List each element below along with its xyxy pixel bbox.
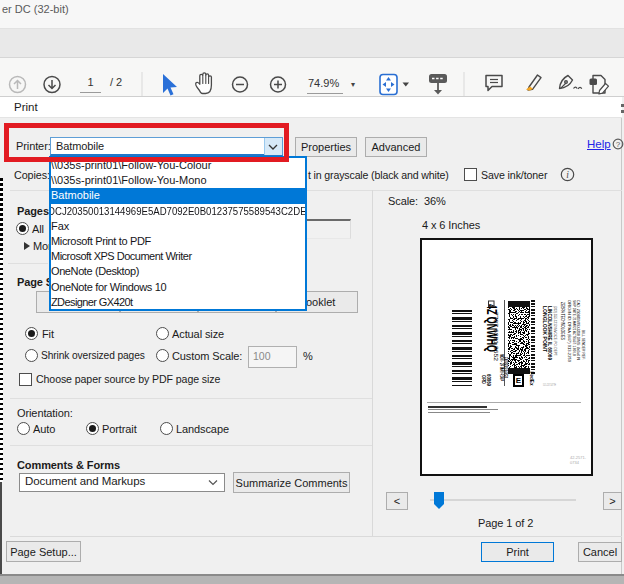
svg-text:515-257147TH: 515-257147TH: [543, 382, 556, 387]
svg-text:FedEx: FedEx: [529, 372, 535, 387]
svg-text:i: i: [566, 170, 569, 180]
svg-text:LINCOLNSHIRE IL 60069: LINCOLNSHIRE IL 60069: [547, 306, 553, 360]
svg-text:EXPRESS SAVER: EXPRESS SAVER: [503, 357, 508, 378]
svg-text:ZEBRA TECHNOLOGIES: ZEBRA TECHNOLOGIES: [560, 302, 565, 340]
svg-text:CAD: 250881/WSX3210 DIMS: 8x6: CAD: 250881/WSX3210 DIMS: 8x6x4 IN: [576, 300, 580, 360]
svg-text:SHIP DATE: 21MAY21 ACTWGT: 1.: SHIP DATE: 21MAY21 ACTWGT: 1.00 LB: [572, 300, 576, 356]
svg-text:(312) 555-1212 INVOICE: PO:: (312) 555-1212 INVOICE: PO: DEPT:: [553, 306, 558, 356]
svg-text:BILL SENDER REF:: BILL SENDER REF:: [581, 330, 585, 360]
svg-text:7737 6381 8652: 7737 6381 8652: [493, 312, 499, 362]
svg-text:ORIGIN ID: DPAA (847) 913-225: ORIGIN ID: DPAA (847) 913-2259: [567, 300, 571, 362]
svg-text:?: ?: [616, 140, 621, 149]
svg-text:ORD: ORD: [481, 375, 487, 384]
